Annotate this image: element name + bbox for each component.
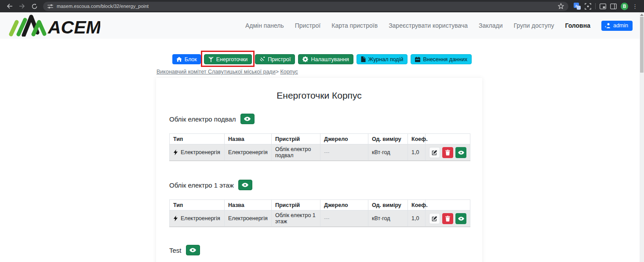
nav-home[interactable]: Головна [565,22,590,29]
logo-text: ACEM [47,17,100,37]
cell-device: Облік електро 1 этаж [272,210,320,227]
eye-icon [458,217,464,221]
admin-button[interactable]: admin [601,21,633,31]
table-header-row: Тип Назва Пристрій Джерело Од. виміру Ко… [170,200,470,210]
browser-toolbar: masem.escoua.com/block/32/energy_point a… [0,0,644,12]
section-header-test: Test [169,245,482,255]
section-label: Облік електро 1 этаж [169,181,234,189]
col-coef: Коеф. [408,200,426,210]
view-button[interactable] [455,213,466,224]
main-content: Блок Енерготочки Пристрої Налашту [0,39,644,262]
lightning-icon [173,215,178,221]
block-button-label: Блок [185,56,197,63]
cell-unit: кВт·год [368,210,408,227]
reload-icon[interactable] [29,1,40,11]
main-nav: Адмін панель Пристрої Карта пристроїв За… [245,21,633,31]
profile-avatar[interactable]: B [621,3,628,10]
forward-icon[interactable] [17,1,27,11]
nav-register-user[interactable]: Зареєструвати користувача [389,22,468,29]
col-actions [426,200,470,210]
delete-button[interactable] [442,213,453,224]
pip-icon[interactable] [600,4,606,9]
trash-icon [445,216,450,221]
nav-institutions[interactable]: Заклади [479,22,502,29]
col-source: Джерело [320,200,368,210]
pencil-square-icon [432,216,437,221]
section-header-floor1: Облік електро 1 этаж [169,180,482,190]
energy-point-icon [208,57,214,62]
event-log-button[interactable]: Журнал подій [357,54,408,64]
translate-icon[interactable]: a [574,3,581,10]
calendar-icon [415,57,420,62]
edit-button[interactable] [429,213,440,224]
page-scrollbar[interactable] [640,12,644,262]
cell-name: Електроенергія [225,210,272,227]
breadcrumb-separator: > [276,69,279,75]
block-toolbar: Блок Енерготочки Пристрої Налашту [0,39,644,64]
scrollbar-up-arrow[interactable] [640,14,644,16]
table-row: Електроенергія Електроенергія Облік елек… [170,144,470,161]
block-button[interactable]: Блок [172,54,201,64]
home-icon [176,57,182,62]
back-icon[interactable] [4,1,15,11]
view-section-button[interactable] [186,245,200,255]
nav-devices[interactable]: Пристрої [295,22,321,29]
screenshot-icon[interactable] [585,3,591,10]
settings-button[interactable]: Налаштування [298,54,353,64]
lightning-icon [173,149,178,155]
edit-button[interactable] [429,147,440,158]
col-type: Тип [170,200,225,210]
col-source: Джерело [320,134,368,144]
table-row: Електроенергія Електроенергія Облік елек… [170,210,470,227]
breadcrumb-current-link[interactable]: Корпус [280,69,298,75]
breadcrumb: Виконавчий комітет Славутицької міської … [156,69,644,75]
eye-icon [458,151,464,155]
eye-icon [189,248,196,252]
acem-logo[interactable]: ACEM [7,15,100,37]
table-header-row: Тип Назва Пристрій Джерело Од. виміру Ко… [170,134,470,144]
cell-unit: кВт·год [368,144,408,161]
content-card: Енерготочки Корпус Облік електро подвал … [156,78,482,262]
col-device: Пристрій [272,134,320,144]
cell-device: Облік електро подвал [272,144,320,161]
nav-access-groups[interactable]: Групи доступу [514,22,554,29]
view-section-button[interactable] [240,114,255,124]
section-header-podval: Облік електро подвал [169,114,482,124]
breadcrumb-root-link[interactable]: Виконавчий комітет Славутицької міської … [156,69,276,75]
cell-name: Електроенергія [225,144,272,161]
file-icon [361,56,366,62]
delete-button[interactable] [442,147,453,158]
cell-type: Електроенергія [181,215,220,221]
address-bar[interactable]: masem.escoua.com/block/32/energy_point [43,2,568,11]
bookmark-star-icon[interactable] [558,3,564,9]
col-name: Назва [225,134,272,144]
data-entry-button[interactable]: Внесення данних [411,54,472,64]
col-name: Назва [225,200,272,210]
site-header: ACEM Адмін панель Пристрої Карта пристро… [0,12,644,39]
energy-points-button-label: Енерготочки [216,56,247,63]
col-type: Тип [170,134,225,144]
sidebar-icon[interactable] [610,4,617,9]
cell-source: --- [320,210,368,227]
col-actions [426,134,470,144]
view-button[interactable] [455,147,466,158]
energy-table-podval: Тип Назва Пристрій Джерело Од. виміру Ко… [169,133,470,161]
nav-admin-panel[interactable]: Адмін панель [245,22,284,29]
section-label: Облік електро подвал [169,115,236,123]
col-device: Пристрій [272,200,320,210]
scrollbar-thumb[interactable] [640,17,644,73]
url-text[interactable]: masem.escoua.com/block/32/energy_point [57,4,554,9]
view-section-button[interactable] [238,180,252,190]
admin-button-label: admin [613,22,628,29]
cell-coef: 1,0 [408,144,426,161]
page-title: Енерготочки Корпус [156,90,482,101]
devices-button[interactable]: Пристрої [255,54,295,64]
col-unit: Од. виміру [368,134,408,144]
col-coef: Коеф. [408,134,426,144]
nav-device-map[interactable]: Карта пристроїв [331,22,378,29]
site-settings-icon[interactable] [47,4,53,9]
energy-points-button[interactable]: Енерготочки [204,54,252,64]
browser-menu-icon[interactable]: ⋮ [632,4,638,9]
trash-icon [445,150,450,155]
pencil-square-icon [432,150,437,155]
